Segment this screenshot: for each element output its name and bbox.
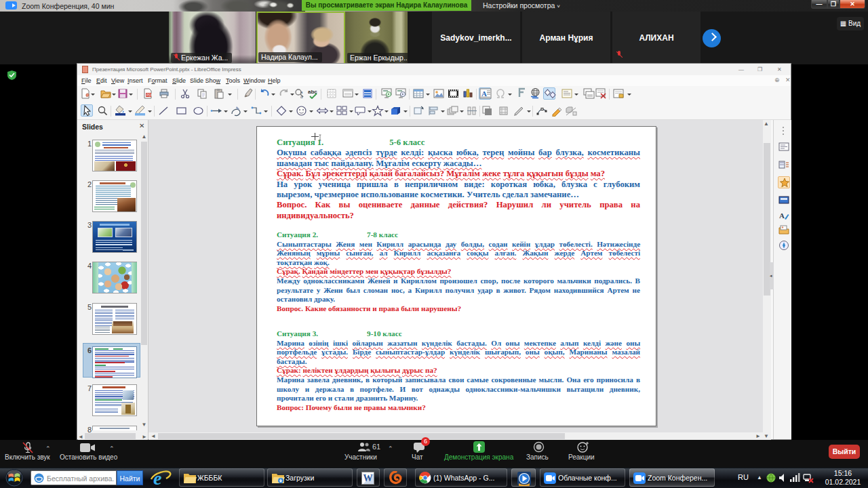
svg-text:e: e xyxy=(153,468,161,488)
svg-text:PDF: PDF xyxy=(146,93,153,97)
svg-text:d: d xyxy=(300,95,302,99)
svg-text:A: A xyxy=(481,89,487,98)
svg-text:a: a xyxy=(300,90,303,94)
svg-text:A: A xyxy=(779,211,785,220)
